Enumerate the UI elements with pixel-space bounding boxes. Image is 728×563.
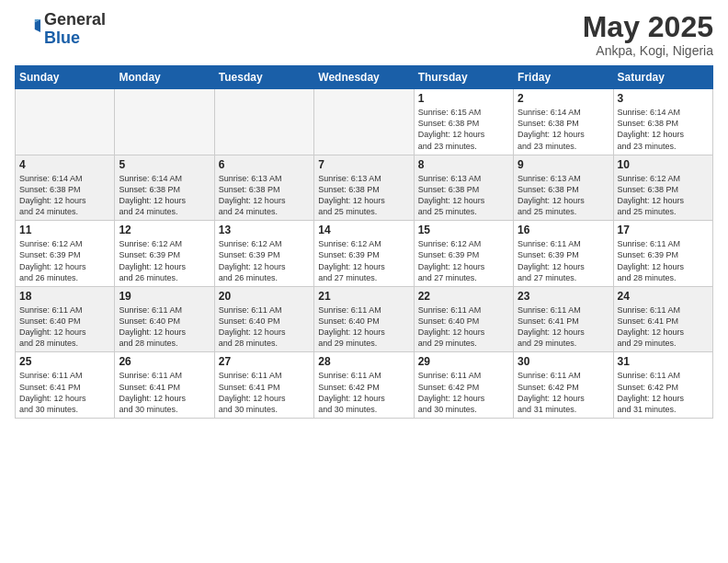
calendar-cell: 29Sunrise: 6:11 AMSunset: 6:42 PMDayligh…	[414, 352, 513, 419]
calendar-cell	[16, 89, 115, 155]
calendar-week-2: 4Sunrise: 6:14 AMSunset: 6:38 PMDaylight…	[16, 155, 713, 221]
day-info: Sunrise: 6:11 AMSunset: 6:41 PMDaylight:…	[518, 304, 609, 350]
calendar-cell: 18Sunrise: 6:11 AMSunset: 6:40 PMDayligh…	[16, 286, 115, 352]
day-info: Sunrise: 6:11 AMSunset: 6:42 PMDaylight:…	[318, 370, 409, 415]
calendar-cell: 25Sunrise: 6:11 AMSunset: 6:41 PMDayligh…	[16, 352, 115, 419]
day-info: Sunrise: 6:11 AMSunset: 6:40 PMDaylight:…	[219, 304, 310, 350]
weekday-header-monday: Monday	[115, 66, 214, 89]
logo-blue-text: Blue	[44, 29, 80, 47]
calendar-cell: 20Sunrise: 6:11 AMSunset: 6:40 PMDayligh…	[214, 286, 313, 352]
calendar-week-1: 1Sunrise: 6:15 AMSunset: 6:38 PMDaylight…	[16, 89, 713, 155]
logo-general-text: General	[44, 10, 106, 29]
calendar-cell	[115, 89, 214, 155]
calendar-cell: 16Sunrise: 6:11 AMSunset: 6:39 PMDayligh…	[514, 221, 613, 287]
calendar-cell: 21Sunrise: 6:11 AMSunset: 6:40 PMDayligh…	[314, 286, 414, 352]
day-info: Sunrise: 6:11 AMSunset: 6:41 PMDaylight:…	[19, 370, 110, 415]
calendar-cell: 14Sunrise: 6:12 AMSunset: 6:39 PMDayligh…	[314, 221, 414, 287]
calendar-cell: 7Sunrise: 6:13 AMSunset: 6:38 PMDaylight…	[314, 155, 414, 221]
calendar-cell: 23Sunrise: 6:11 AMSunset: 6:41 PMDayligh…	[514, 286, 613, 352]
calendar-cell: 9Sunrise: 6:13 AMSunset: 6:38 PMDaylight…	[514, 155, 613, 221]
calendar-cell: 3Sunrise: 6:14 AMSunset: 6:38 PMDaylight…	[613, 89, 712, 155]
logo: General Blue	[15, 11, 106, 48]
day-info: Sunrise: 6:11 AMSunset: 6:42 PMDaylight:…	[418, 370, 509, 415]
weekday-header-thursday: Thursday	[414, 66, 513, 89]
calendar-cell: 1Sunrise: 6:15 AMSunset: 6:38 PMDaylight…	[414, 89, 513, 155]
month-year: May 2025	[583, 11, 713, 43]
weekday-header-wednesday: Wednesday	[314, 66, 414, 89]
calendar-cell: 6Sunrise: 6:13 AMSunset: 6:38 PMDaylight…	[214, 155, 313, 221]
day-number: 6	[219, 158, 310, 171]
day-info: Sunrise: 6:11 AMSunset: 6:40 PMDaylight:…	[318, 304, 409, 350]
day-number: 10	[618, 158, 709, 171]
day-info: Sunrise: 6:11 AMSunset: 6:40 PMDaylight:…	[119, 304, 210, 350]
header: General Blue May 2025 Ankpa, Kogi, Niger…	[15, 11, 713, 58]
day-number: 19	[119, 290, 210, 303]
day-info: Sunrise: 6:11 AMSunset: 6:42 PMDaylight:…	[518, 370, 609, 415]
logo-text: General Blue	[44, 11, 106, 48]
calendar-cell: 26Sunrise: 6:11 AMSunset: 6:41 PMDayligh…	[115, 352, 214, 419]
calendar-cell: 15Sunrise: 6:12 AMSunset: 6:39 PMDayligh…	[414, 221, 513, 287]
weekday-header-tuesday: Tuesday	[214, 66, 313, 89]
weekday-header-sunday: Sunday	[16, 66, 115, 89]
calendar-cell: 27Sunrise: 6:11 AMSunset: 6:41 PMDayligh…	[214, 352, 313, 419]
calendar-cell	[314, 89, 414, 155]
day-number: 25	[19, 355, 110, 368]
calendar-cell: 5Sunrise: 6:14 AMSunset: 6:38 PMDaylight…	[115, 155, 214, 221]
calendar: SundayMondayTuesdayWednesdayThursdayFrid…	[15, 65, 713, 419]
calendar-cell: 4Sunrise: 6:14 AMSunset: 6:38 PMDaylight…	[16, 155, 115, 221]
day-number: 15	[418, 224, 509, 236]
day-number: 23	[518, 290, 609, 303]
day-info: Sunrise: 6:12 AMSunset: 6:39 PMDaylight:…	[19, 238, 110, 283]
day-number: 13	[219, 224, 310, 236]
calendar-cell: 12Sunrise: 6:12 AMSunset: 6:39 PMDayligh…	[115, 221, 214, 287]
calendar-cell: 17Sunrise: 6:11 AMSunset: 6:39 PMDayligh…	[613, 221, 712, 287]
day-info: Sunrise: 6:12 AMSunset: 6:39 PMDaylight:…	[418, 238, 509, 283]
day-number: 27	[219, 355, 310, 368]
calendar-week-5: 25Sunrise: 6:11 AMSunset: 6:41 PMDayligh…	[16, 352, 713, 419]
day-info: Sunrise: 6:13 AMSunset: 6:38 PMDaylight:…	[418, 173, 509, 218]
day-info: Sunrise: 6:12 AMSunset: 6:39 PMDaylight:…	[318, 238, 409, 283]
day-info: Sunrise: 6:13 AMSunset: 6:38 PMDaylight:…	[518, 173, 609, 218]
day-info: Sunrise: 6:11 AMSunset: 6:40 PMDaylight:…	[418, 304, 509, 350]
calendar-cell: 10Sunrise: 6:12 AMSunset: 6:38 PMDayligh…	[613, 155, 712, 221]
day-number: 29	[418, 355, 509, 368]
day-number: 26	[119, 355, 210, 368]
calendar-cell: 13Sunrise: 6:12 AMSunset: 6:39 PMDayligh…	[214, 221, 313, 287]
day-info: Sunrise: 6:11 AMSunset: 6:41 PMDaylight:…	[618, 304, 709, 350]
day-number: 14	[318, 224, 409, 236]
day-number: 12	[119, 224, 210, 236]
day-info: Sunrise: 6:12 AMSunset: 6:39 PMDaylight:…	[219, 238, 310, 283]
day-info: Sunrise: 6:11 AMSunset: 6:41 PMDaylight:…	[219, 370, 310, 415]
day-info: Sunrise: 6:14 AMSunset: 6:38 PMDaylight:…	[518, 107, 609, 152]
calendar-cell: 2Sunrise: 6:14 AMSunset: 6:38 PMDaylight…	[514, 89, 613, 155]
calendar-cell	[214, 89, 313, 155]
day-number: 4	[19, 158, 110, 171]
calendar-cell: 28Sunrise: 6:11 AMSunset: 6:42 PMDayligh…	[314, 352, 414, 419]
logo-icon	[15, 17, 40, 42]
day-number: 5	[119, 158, 210, 171]
day-info: Sunrise: 6:11 AMSunset: 6:39 PMDaylight:…	[618, 238, 709, 283]
day-number: 8	[418, 158, 509, 171]
day-number: 2	[518, 92, 609, 105]
weekday-header-row: SundayMondayTuesdayWednesdayThursdayFrid…	[16, 66, 713, 89]
location: Ankpa, Kogi, Nigeria	[583, 43, 713, 58]
day-number: 30	[518, 355, 609, 368]
day-info: Sunrise: 6:12 AMSunset: 6:39 PMDaylight:…	[119, 238, 210, 283]
day-number: 3	[618, 92, 709, 105]
calendar-week-4: 18Sunrise: 6:11 AMSunset: 6:40 PMDayligh…	[16, 286, 713, 352]
day-info: Sunrise: 6:13 AMSunset: 6:38 PMDaylight:…	[219, 173, 310, 218]
day-info: Sunrise: 6:14 AMSunset: 6:38 PMDaylight:…	[119, 173, 210, 218]
day-number: 11	[19, 224, 110, 236]
day-number: 17	[618, 224, 709, 236]
calendar-cell: 19Sunrise: 6:11 AMSunset: 6:40 PMDayligh…	[115, 286, 214, 352]
day-number: 21	[318, 290, 409, 303]
day-info: Sunrise: 6:11 AMSunset: 6:41 PMDaylight:…	[119, 370, 210, 415]
calendar-cell: 11Sunrise: 6:12 AMSunset: 6:39 PMDayligh…	[16, 221, 115, 287]
day-number: 18	[19, 290, 110, 303]
day-number: 16	[518, 224, 609, 236]
day-number: 24	[618, 290, 709, 303]
day-info: Sunrise: 6:11 AMSunset: 6:40 PMDaylight:…	[19, 304, 110, 350]
day-info: Sunrise: 6:11 AMSunset: 6:39 PMDaylight:…	[518, 238, 609, 283]
calendar-cell: 30Sunrise: 6:11 AMSunset: 6:42 PMDayligh…	[514, 352, 613, 419]
calendar-week-3: 11Sunrise: 6:12 AMSunset: 6:39 PMDayligh…	[16, 221, 713, 287]
